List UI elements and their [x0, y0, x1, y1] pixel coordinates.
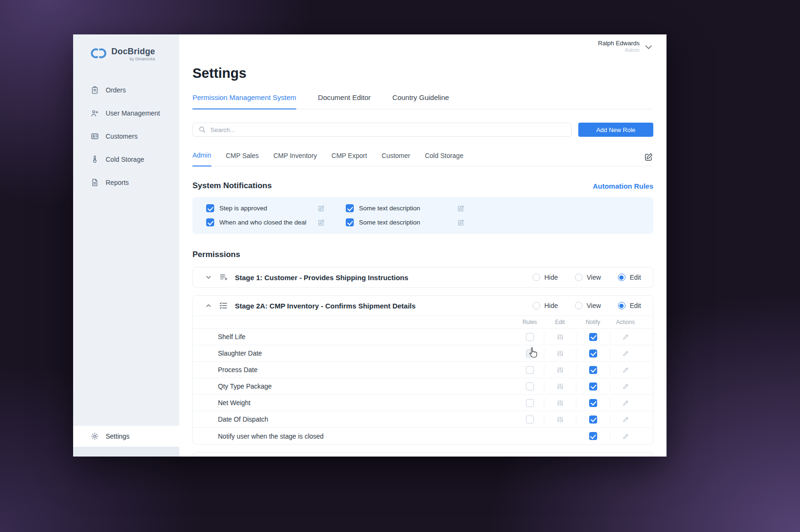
gear-icon [91, 432, 99, 441]
sliders-icon[interactable] [556, 349, 564, 357]
column-header-actions: Actions [610, 319, 641, 325]
field-row: Date Of Dispatch [193, 411, 653, 427]
stage-header[interactable]: Stage 1: Customer - Provides Shipping In… [193, 267, 653, 287]
notification-item: When and who closed the deal [206, 218, 325, 226]
notify-checkbox[interactable] [589, 349, 597, 357]
stage-header[interactable]: Stage 2A: CMP Inventory - Confirms Shipm… [193, 296, 653, 316]
notification-label: When and who closed the deal [219, 219, 307, 226]
notify-checkbox[interactable] [589, 382, 597, 391]
stage-visibility-radios: Hide View Edit [533, 274, 641, 281]
radio-view[interactable]: View [575, 274, 601, 281]
rules-checkbox[interactable] [526, 382, 534, 391]
radio-edit[interactable]: Edit [618, 302, 641, 309]
notification-checkbox[interactable] [206, 218, 214, 226]
stage-header[interactable]: Stage 2B: Cold Storage - Provides Health… [193, 453, 653, 457]
sidebar-item-cold-storage[interactable]: Cold Storage [73, 151, 179, 167]
role-tab-admin[interactable]: Admin [192, 151, 211, 166]
pencil-icon[interactable] [622, 399, 630, 407]
notification-checkbox[interactable] [206, 204, 214, 212]
role-tabs: Admin CMP Sales CMP Inventory CMP Export… [192, 151, 653, 166]
pencil-icon[interactable] [622, 382, 630, 390]
rules-checkbox[interactable] [526, 349, 534, 357]
user-menu[interactable]: Ralph Edwards Admin [598, 40, 652, 53]
sliders-icon[interactable] [556, 399, 564, 407]
sidebar-item-settings[interactable]: Settings [73, 426, 179, 447]
chevron-down-icon [645, 45, 652, 50]
field-row: Shelf Life [193, 328, 653, 345]
sliders-icon[interactable] [556, 416, 564, 424]
role-tab-cmp-sales[interactable]: CMP Sales [226, 152, 259, 166]
radio-circle[interactable] [533, 302, 540, 309]
pencil-icon[interactable] [622, 333, 630, 341]
sidebar-item-reports[interactable]: Reports [73, 175, 179, 191]
radio-hide[interactable]: Hide [533, 302, 558, 309]
role-tab-customer[interactable]: Customer [382, 152, 410, 166]
radio-circle[interactable] [575, 274, 583, 281]
column-header-edit: Edit [544, 319, 576, 325]
notification-label: Some text description [359, 219, 420, 226]
footer-label: Notify user when the stage is closed [193, 432, 516, 440]
sidebar-item-user-management[interactable]: User Management [73, 105, 179, 121]
system-notifications-header: System Notifications Automation Rules [192, 181, 653, 191]
pencil-icon[interactable] [622, 432, 630, 440]
tab-document-editor[interactable]: Document Editor [318, 93, 371, 109]
automation-rules-link[interactable]: Automation Rules [593, 182, 653, 190]
radio-circle[interactable] [618, 274, 625, 281]
notify-checkbox[interactable] [589, 333, 597, 341]
stage-footer-row: Notify user when the stage is closed [193, 427, 653, 444]
pencil-icon[interactable] [622, 349, 630, 357]
notify-checkbox[interactable] [589, 432, 597, 440]
notify-checkbox[interactable] [589, 416, 597, 424]
edit-notification-icon[interactable] [317, 205, 325, 212]
search-icon [198, 125, 206, 133]
pencil-icon[interactable] [622, 366, 630, 374]
sliders-icon[interactable] [556, 366, 564, 374]
radio-circle[interactable] [618, 302, 625, 309]
radio-view[interactable]: View [575, 302, 601, 309]
notify-checkbox[interactable] [589, 366, 597, 374]
search-input[interactable] [192, 123, 572, 137]
radio-hide[interactable]: Hide [533, 274, 558, 281]
rules-checkbox[interactable] [526, 366, 534, 374]
search-row: Add New Role [192, 123, 653, 137]
tab-permission-management-system[interactable]: Permission Management System [192, 93, 296, 109]
column-header-notify: Notify [576, 319, 610, 325]
notification-checkbox[interactable] [346, 218, 354, 226]
notifications-panel: Step is approved Some text description W… [192, 197, 653, 234]
rules-checkbox[interactable] [526, 333, 534, 341]
orders-icon [91, 86, 99, 94]
sidebar-item-label: Orders [106, 86, 126, 94]
notification-checkbox[interactable] [346, 204, 354, 212]
radio-label: View [587, 302, 601, 309]
rules-checkbox[interactable] [526, 416, 534, 424]
role-tab-cmp-export[interactable]: CMP Export [332, 152, 367, 166]
role-tab-cold-storage[interactable]: Cold Storage [425, 152, 464, 166]
sidebar-item-orders[interactable]: Orders [73, 82, 179, 98]
section-title: System Notifications [192, 181, 272, 191]
rules-checkbox[interactable] [526, 399, 534, 407]
radio-label: Hide [544, 274, 558, 281]
radio-label: View [587, 274, 601, 281]
edit-notification-icon[interactable] [457, 219, 465, 226]
tab-country-guideline[interactable]: Country Guideline [392, 93, 449, 109]
radio-circle[interactable] [575, 302, 583, 309]
sidebar-item-label: Settings [106, 432, 130, 440]
role-tab-cmp-inventory[interactable]: CMP Inventory [273, 152, 317, 166]
edit-notification-icon[interactable] [457, 205, 465, 212]
chevron-down-icon[interactable] [205, 274, 212, 281]
radio-edit[interactable]: Edit [618, 274, 641, 281]
pencil-icon[interactable] [622, 416, 630, 423]
edit-notification-icon[interactable] [317, 219, 325, 226]
add-new-role-button[interactable]: Add New Role [578, 123, 653, 137]
notify-checkbox[interactable] [589, 399, 597, 407]
radio-circle[interactable] [533, 274, 540, 281]
edit-role-icon[interactable] [644, 152, 653, 166]
field-row: Process Date [193, 361, 653, 378]
chevron-up-icon[interactable] [205, 302, 212, 309]
sidebar-item-customers[interactable]: Customers [73, 128, 179, 144]
sliders-icon[interactable] [556, 333, 564, 341]
radio-label: Edit [630, 274, 641, 281]
checklist-icon [219, 301, 228, 310]
sliders-icon[interactable] [556, 382, 564, 391]
field-label: Qty Type Package [193, 382, 516, 390]
